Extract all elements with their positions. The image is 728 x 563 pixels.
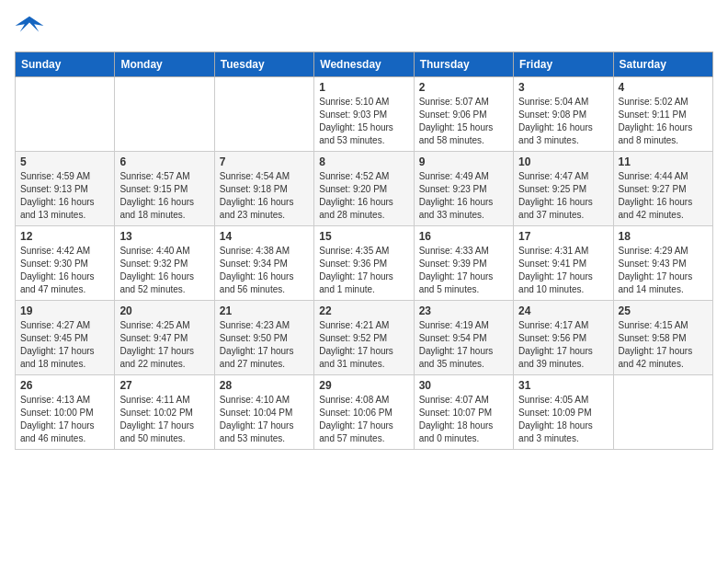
day-info: Sunrise: 4:29 AMSunset: 9:43 PMDaylight:… [619,245,708,296]
calendar-week-3: 12Sunrise: 4:42 AMSunset: 9:30 PMDayligh… [16,226,713,301]
calendar-cell: 28Sunrise: 4:10 AMSunset: 10:04 PMDaylig… [214,375,313,450]
calendar-cell [214,77,313,152]
day-number: 18 [619,230,708,243]
calendar-cell: 12Sunrise: 4:42 AMSunset: 9:30 PMDayligh… [16,226,115,301]
calendar-cell: 6Sunrise: 4:57 AMSunset: 9:15 PMDaylight… [115,152,214,226]
day-info: Sunrise: 4:59 AMSunset: 9:13 PMDaylight:… [20,170,109,222]
day-info: Sunrise: 4:57 AMSunset: 9:15 PMDaylight:… [119,170,209,222]
day-number: 21 [220,304,309,317]
col-header-saturday: Saturday [613,52,712,77]
day-info: Sunrise: 5:07 AMSunset: 9:06 PMDaylight:… [419,96,508,147]
day-info: Sunrise: 5:04 AMSunset: 9:08 PMDaylight:… [518,96,608,147]
col-header-thursday: Thursday [414,52,513,77]
calendar-week-4: 19Sunrise: 4:27 AMSunset: 9:45 PMDayligh… [16,301,713,375]
day-number: 15 [319,230,408,243]
calendar-cell: 18Sunrise: 4:29 AMSunset: 9:43 PMDayligh… [613,226,712,301]
calendar-cell [16,77,115,152]
day-info: Sunrise: 5:10 AMSunset: 9:03 PMDaylight:… [319,96,408,147]
day-number: 26 [20,379,109,392]
day-info: Sunrise: 4:25 AMSunset: 9:47 PMDaylight:… [119,319,209,371]
calendar-cell: 5Sunrise: 4:59 AMSunset: 9:13 PMDaylight… [16,152,115,226]
day-number: 16 [419,230,508,243]
day-number: 14 [220,230,309,243]
calendar-cell: 10Sunrise: 4:47 AMSunset: 9:25 PMDayligh… [514,152,613,226]
calendar-cell [115,77,214,152]
col-header-friday: Friday [514,52,613,77]
day-number: 22 [319,304,408,317]
calendar-cell: 1Sunrise: 5:10 AMSunset: 9:03 PMDaylight… [314,77,414,152]
calendar-cell: 19Sunrise: 4:27 AMSunset: 9:45 PMDayligh… [16,301,115,375]
day-number: 17 [518,230,608,243]
day-number: 13 [119,230,209,243]
day-info: Sunrise: 4:27 AMSunset: 9:45 PMDaylight:… [20,319,109,371]
calendar-cell: 17Sunrise: 4:31 AMSunset: 9:41 PMDayligh… [514,226,613,301]
calendar-cell: 23Sunrise: 4:19 AMSunset: 9:54 PMDayligh… [414,301,513,375]
calendar-cell: 4Sunrise: 5:02 AMSunset: 9:11 PMDaylight… [613,77,712,152]
col-header-sunday: Sunday [16,52,115,77]
day-info: Sunrise: 4:17 AMSunset: 9:56 PMDaylight:… [518,319,608,371]
calendar-cell: 7Sunrise: 4:54 AMSunset: 9:18 PMDaylight… [214,152,313,226]
svg-marker-0 [16,17,44,32]
day-info: Sunrise: 4:13 AMSunset: 10:00 PMDaylight… [20,394,109,445]
day-number: 23 [419,304,508,317]
calendar-cell: 27Sunrise: 4:11 AMSunset: 10:02 PMDaylig… [115,375,214,450]
day-number: 2 [419,81,508,94]
day-info: Sunrise: 5:02 AMSunset: 9:11 PMDaylight:… [619,96,708,147]
day-info: Sunrise: 4:19 AMSunset: 9:54 PMDaylight:… [419,319,508,371]
day-number: 6 [119,155,209,168]
calendar-week-2: 5Sunrise: 4:59 AMSunset: 9:13 PMDaylight… [16,152,713,226]
calendar-cell: 30Sunrise: 4:07 AMSunset: 10:07 PMDaylig… [414,375,513,450]
calendar-week-5: 26Sunrise: 4:13 AMSunset: 10:00 PMDaylig… [16,375,713,450]
day-number: 5 [20,155,109,168]
day-info: Sunrise: 4:08 AMSunset: 10:06 PMDaylight… [319,394,408,445]
calendar-cell: 3Sunrise: 5:04 AMSunset: 9:08 PMDaylight… [514,77,613,152]
calendar-cell: 9Sunrise: 4:49 AMSunset: 9:23 PMDaylight… [414,152,513,226]
calendar-cell: 13Sunrise: 4:40 AMSunset: 9:32 PMDayligh… [115,226,214,301]
calendar-cell: 25Sunrise: 4:15 AMSunset: 9:58 PMDayligh… [613,301,712,375]
calendar-cell: 11Sunrise: 4:44 AMSunset: 9:27 PMDayligh… [613,152,712,226]
day-info: Sunrise: 4:47 AMSunset: 9:25 PMDaylight:… [518,170,608,222]
day-info: Sunrise: 4:40 AMSunset: 9:32 PMDaylight:… [119,245,209,296]
calendar-cell: 31Sunrise: 4:05 AMSunset: 10:09 PMDaylig… [514,375,613,450]
day-info: Sunrise: 4:10 AMSunset: 10:04 PMDaylight… [220,394,309,445]
calendar-cell: 22Sunrise: 4:21 AMSunset: 9:52 PMDayligh… [314,301,414,375]
calendar-cell: 24Sunrise: 4:17 AMSunset: 9:56 PMDayligh… [514,301,613,375]
day-number: 24 [518,304,608,317]
day-number: 4 [619,81,708,94]
day-info: Sunrise: 4:42 AMSunset: 9:30 PMDaylight:… [20,245,109,296]
day-number: 19 [20,304,109,317]
day-number: 12 [20,230,109,243]
day-number: 28 [220,379,309,392]
day-number: 20 [119,304,209,317]
calendar-cell: 29Sunrise: 4:08 AMSunset: 10:06 PMDaylig… [314,375,414,450]
day-number: 30 [419,379,508,392]
day-info: Sunrise: 4:44 AMSunset: 9:27 PMDaylight:… [619,170,708,222]
day-info: Sunrise: 4:33 AMSunset: 9:39 PMDaylight:… [419,245,508,296]
day-info: Sunrise: 4:35 AMSunset: 9:36 PMDaylight:… [319,245,408,296]
day-number: 1 [319,81,408,94]
day-number: 10 [518,155,608,168]
day-info: Sunrise: 4:38 AMSunset: 9:34 PMDaylight:… [220,245,309,296]
day-info: Sunrise: 4:31 AMSunset: 9:41 PMDaylight:… [518,245,608,296]
day-info: Sunrise: 4:11 AMSunset: 10:02 PMDaylight… [119,394,209,445]
day-info: Sunrise: 4:05 AMSunset: 10:09 PMDaylight… [518,394,608,445]
col-header-tuesday: Tuesday [214,52,313,77]
calendar-cell: 16Sunrise: 4:33 AMSunset: 9:39 PMDayligh… [414,226,513,301]
day-number: 29 [319,379,408,392]
day-info: Sunrise: 4:07 AMSunset: 10:07 PMDaylight… [419,394,508,445]
calendar-cell: 26Sunrise: 4:13 AMSunset: 10:00 PMDaylig… [16,375,115,450]
day-number: 7 [220,155,309,168]
day-number: 3 [518,81,608,94]
calendar-table: SundayMondayTuesdayWednesdayThursdayFrid… [15,52,713,450]
col-header-wednesday: Wednesday [314,52,414,77]
day-number: 25 [619,304,708,317]
day-number: 8 [319,155,408,168]
day-number: 11 [619,155,708,168]
logo-icon [15,15,44,40]
calendar-cell [613,375,712,450]
calendar-cell: 21Sunrise: 4:23 AMSunset: 9:50 PMDayligh… [214,301,313,375]
calendar-cell: 2Sunrise: 5:07 AMSunset: 9:06 PMDaylight… [414,77,513,152]
col-header-monday: Monday [115,52,214,77]
day-info: Sunrise: 4:15 AMSunset: 9:58 PMDaylight:… [619,319,708,371]
day-info: Sunrise: 4:54 AMSunset: 9:18 PMDaylight:… [220,170,309,222]
